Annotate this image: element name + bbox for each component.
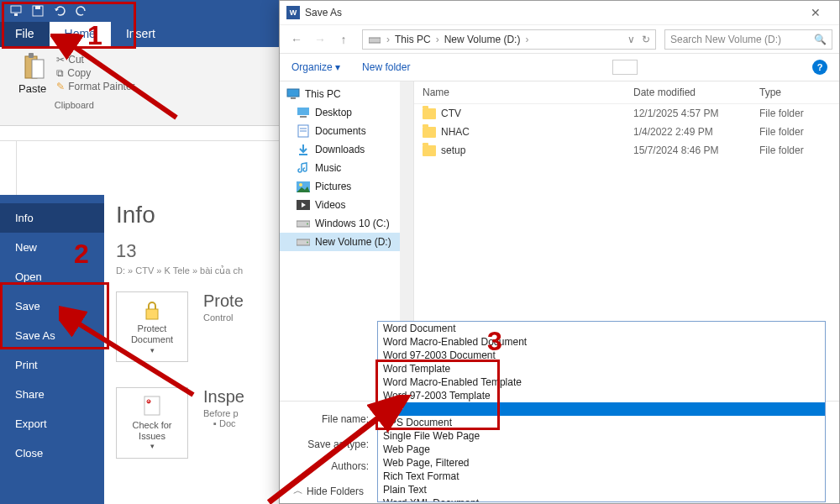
svg-rect-13 bbox=[297, 108, 309, 115]
column-headers[interactable]: Name Date modified Type bbox=[414, 81, 839, 104]
lock-icon bbox=[141, 299, 163, 323]
type-option-word-97-2003-document[interactable]: Word 97-2003 Document bbox=[378, 349, 825, 362]
device-icon[interactable] bbox=[7, 2, 25, 20]
tree-item-desktop[interactable]: Desktop bbox=[280, 103, 413, 122]
svg-point-25 bbox=[307, 242, 308, 244]
dialog-nav-bar: ← → ↑ ›This PC ›New Volume (D:) › ∨ ↻ Se… bbox=[280, 24, 839, 53]
breadcrumb[interactable]: ›This PC ›New Volume (D:) › ∨ ↻ bbox=[362, 29, 656, 50]
svg-rect-8 bbox=[144, 396, 160, 415]
backstage-item-save-as[interactable]: Save As bbox=[0, 321, 104, 350]
save-icon[interactable] bbox=[29, 2, 47, 20]
paste-button[interactable]: Paste bbox=[13, 50, 51, 97]
folder-icon bbox=[423, 127, 436, 138]
chevron-up-icon: ︿ bbox=[293, 484, 303, 498]
folder-icon bbox=[423, 108, 436, 119]
up-button[interactable]: ↑ bbox=[333, 29, 354, 50]
protect-heading: Prote bbox=[203, 291, 244, 311]
tree-item-this-pc[interactable]: This PC bbox=[280, 85, 413, 103]
music-icon bbox=[297, 161, 310, 175]
check-issues-button[interactable]: Check for Issues▾ bbox=[116, 387, 188, 458]
file-row[interactable]: CTV12/1/2025 4:57 PMFile folder bbox=[414, 104, 839, 123]
callout-2: 2 bbox=[74, 239, 89, 270]
svg-rect-6 bbox=[32, 60, 44, 78]
type-option-web-page-filtered[interactable]: Web Page, Filtered bbox=[378, 456, 825, 470]
info-heading: Info bbox=[116, 202, 265, 228]
svg-rect-14 bbox=[300, 116, 307, 118]
dialog-titlebar: W Save As ✕ bbox=[280, 1, 839, 24]
type-option-single-file-web-page[interactable]: Single File Web Page bbox=[378, 429, 825, 443]
videos-icon bbox=[297, 198, 310, 212]
view-options-button[interactable] bbox=[612, 60, 638, 75]
refresh-icon[interactable]: ↻ bbox=[642, 34, 650, 45]
file-row[interactable]: NHAC1/4/2022 2:49 PMFile folder bbox=[414, 123, 839, 141]
authors-label: Authors: bbox=[293, 460, 377, 472]
protect-document-button[interactable]: Protect Document▾ bbox=[116, 291, 188, 362]
tab-insert[interactable]: Insert bbox=[111, 22, 171, 47]
backstage-item-save[interactable]: Save bbox=[0, 291, 104, 321]
new-folder-button[interactable]: New folder bbox=[362, 61, 410, 73]
clipboard-group-label: Clipboard bbox=[55, 100, 94, 110]
backstage-item-close[interactable]: Close bbox=[0, 438, 104, 468]
col-type[interactable]: Type bbox=[759, 87, 831, 98]
tree-item-new-volume-d-[interactable]: New Volume (D:) bbox=[280, 233, 413, 251]
svg-rect-7 bbox=[146, 309, 158, 319]
type-option-word-macro-enabled-template[interactable]: Word Macro-Enabled Template bbox=[378, 375, 825, 389]
cut-button[interactable]: ✂Cut bbox=[56, 54, 134, 66]
backstage-item-share[interactable]: Share bbox=[0, 380, 104, 409]
type-option-word-macro-enabled-document[interactable]: Word Macro-Enabled Document bbox=[378, 335, 825, 349]
drive-icon bbox=[297, 217, 310, 230]
tree-item-videos[interactable]: Videos bbox=[280, 196, 413, 214]
tree-item-music[interactable]: Music bbox=[280, 159, 413, 177]
undo-icon[interactable] bbox=[50, 2, 69, 20]
redo-icon[interactable] bbox=[72, 2, 91, 20]
organize-button[interactable]: Organize ▾ bbox=[291, 61, 340, 73]
dialog-title: Save As bbox=[305, 7, 342, 18]
type-option-web-page[interactable]: Web Page bbox=[378, 443, 825, 456]
backstage-item-export[interactable]: Export bbox=[0, 409, 104, 438]
inspect-heading: Inspe bbox=[203, 387, 244, 407]
tab-file[interactable]: File bbox=[0, 22, 50, 47]
tree-item-documents[interactable]: Documents bbox=[280, 122, 413, 140]
close-button[interactable]: ✕ bbox=[799, 6, 832, 19]
search-input[interactable]: Search New Volume (D:) 🔍 bbox=[664, 29, 832, 50]
word-icon: W bbox=[286, 6, 300, 19]
col-date[interactable]: Date modified bbox=[633, 87, 759, 98]
file-row[interactable]: setup15/7/2024 8:46 PMFile folder bbox=[414, 141, 839, 160]
tree-item-pictures[interactable]: Pictures bbox=[280, 177, 413, 196]
type-option-word-97-2003-template[interactable]: Word 97-2003 Template bbox=[378, 389, 825, 402]
backstage-item-info[interactable]: Info bbox=[0, 203, 104, 233]
copy-button[interactable]: ⧉Copy bbox=[56, 67, 134, 79]
backstage-item-print[interactable]: Print bbox=[0, 350, 104, 380]
downloads-icon bbox=[297, 143, 310, 156]
type-option-word-xml-document[interactable]: Word XML Document bbox=[378, 496, 825, 502]
svg-point-23 bbox=[307, 223, 308, 225]
callout-1: 1 bbox=[87, 20, 102, 51]
type-option-xps-document[interactable]: XPS Document bbox=[378, 416, 825, 429]
save-type-dropdown-list[interactable]: Word DocumentWord Macro-Enabled Document… bbox=[377, 321, 826, 502]
callout-3: 3 bbox=[487, 326, 502, 357]
help-icon[interactable]: ? bbox=[812, 60, 827, 75]
svg-rect-12 bbox=[291, 97, 296, 99]
svg-rect-5 bbox=[29, 53, 34, 58]
type-option-word-template[interactable]: Word Template bbox=[378, 362, 825, 375]
filename-label: File name: bbox=[293, 413, 377, 425]
copy-icon: ⧉ bbox=[56, 67, 64, 79]
type-option-word-document[interactable]: Word Document bbox=[378, 322, 825, 335]
type-option-plain-text[interactable]: Plain Text bbox=[378, 483, 825, 496]
forward-button[interactable]: → bbox=[310, 29, 330, 50]
drive-icon bbox=[297, 235, 310, 249]
back-button[interactable]: ← bbox=[286, 29, 307, 50]
pictures-icon bbox=[297, 180, 310, 193]
svg-rect-11 bbox=[287, 89, 299, 97]
type-option-pdf[interactable]: PDF bbox=[378, 402, 825, 416]
svg-rect-3 bbox=[35, 6, 40, 9]
backstage-view: InfoNewOpenSaveSave AsPrintShareExportCl… bbox=[0, 195, 277, 504]
tree-item-downloads[interactable]: Downloads bbox=[280, 140, 413, 159]
type-option-rich-text-format[interactable]: Rich Text Format bbox=[378, 470, 825, 483]
dialog-toolbar: Organize ▾ New folder ? bbox=[280, 53, 839, 81]
format-painter-button[interactable]: ✎Format Painter bbox=[56, 81, 134, 92]
tree-item-windows-10-c-[interactable]: Windows 10 (C:) bbox=[280, 214, 413, 233]
folder-icon bbox=[423, 145, 436, 156]
col-name[interactable]: Name bbox=[423, 87, 633, 98]
pc-icon bbox=[286, 87, 300, 101]
